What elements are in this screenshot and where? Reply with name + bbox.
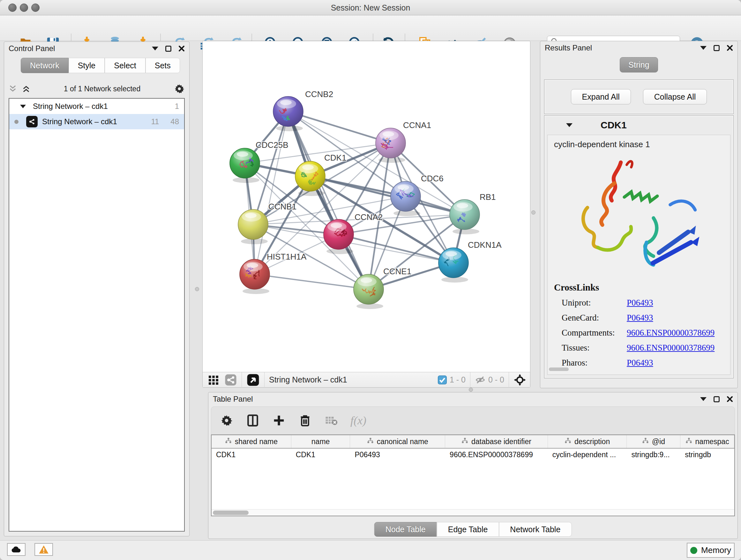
column-header-label: database identifier [471,437,531,446]
tab-network[interactable]: Network [21,58,69,73]
panel-close-icon[interactable] [179,45,185,52]
edge-count: 48 [171,117,179,126]
panel-float-icon[interactable] [714,45,720,51]
collection-count: 1 [175,102,179,111]
crosslink-label: GeneCard: [554,313,627,323]
network-view-panel: CCNB2CCNA1CDC25BCDK1CDC6RB1CCNB1CCNA2CDK… [202,41,530,388]
tab-style[interactable]: Style [69,58,105,73]
collapse-all-button[interactable]: Collapse All [643,89,707,105]
section-expander-icon[interactable] [566,123,572,127]
network-canvas[interactable]: CCNB2CCNA1CDC25BCDK1CDC6RB1CCNB1CCNA2CDK… [203,41,530,372]
network-status-dot [14,120,18,124]
table-type-tabs: Node TableEdge TableNetwork Table [374,522,572,537]
delete-column-trash-icon[interactable] [298,414,312,428]
crosslink-link[interactable]: P06493 [627,298,653,308]
collapse-all-icon[interactable] [9,84,17,93]
gear-icon[interactable] [174,83,185,94]
table-cell: P06493 [350,449,445,461]
tab-string[interactable]: String [620,57,658,72]
table-settings-gear-icon[interactable] [219,414,233,428]
network-view-mode-icon[interactable] [224,374,237,386]
node-label-HIST1H1A: HIST1H1A [267,252,307,261]
selected-counts: 1 - 0 [450,375,466,384]
table-hscroll[interactable] [212,509,734,516]
table-row[interactable]: CDK1CDK1P064939606.ENSP00000378699cyclin… [212,449,734,461]
table-cell: stringdb:9... [627,449,680,461]
panel-close-icon[interactable] [727,396,733,402]
edge-CCNB2-CCNE1[interactable] [288,111,368,289]
column-header-database-identifier[interactable]: database identifier [445,435,548,448]
column-header-name[interactable]: name [291,435,350,448]
tab-node-table[interactable]: Node Table [374,522,437,537]
crosslink-label: Compartments: [554,328,627,338]
crosslink-link[interactable]: P06493 [627,313,653,323]
crosslink-link[interactable]: 9606.ENSP00000378699 [627,343,715,353]
column-header-label: name [312,437,330,446]
node-label-CCNE1: CCNE1 [383,266,411,276]
crosslink-link[interactable]: P06493 [627,358,653,368]
network-row[interactable]: String Network – cdk1 11 48 [9,114,184,129]
table-cell: CDK1 [212,449,291,461]
panel-close-icon[interactable] [727,45,733,51]
column-header--id[interactable]: @id [627,435,680,448]
column-header-shared-name[interactable]: shared name [212,435,291,448]
table-hscroll-thumb[interactable] [213,510,249,515]
birdseye-crosshair-icon[interactable] [514,374,526,386]
warning-status-button[interactable] [35,543,53,556]
window-title: Session: New Session [0,3,741,12]
results-hscroll-thumb[interactable] [549,368,569,371]
gene-section-header[interactable]: CDK1 [545,116,733,134]
node-label-CCNB1: CCNB1 [268,202,296,211]
network-collection-row[interactable]: String Network – cdk1 1 [9,99,184,114]
column-header-canonical-name[interactable]: canonical name [350,435,445,448]
expand-all-icon[interactable] [22,84,30,93]
network-icon [26,116,38,127]
table-cell: cyclin-dependent ... [548,449,627,461]
tab-edge-table[interactable]: Edge Table [437,522,499,537]
gene-details-box: CDK1 cyclin-dependent kinase 1 [544,115,734,378]
shared-column-icon [642,437,649,446]
table-cell: stringdb [680,449,734,461]
panel-menu-icon[interactable] [700,46,706,50]
splitter-handle[interactable] [195,287,199,291]
control-panel: Control Panel NetworkStyleSelectSets 1 o… [4,42,190,537]
selected-checkbox-icon[interactable] [437,375,447,385]
shared-column-icon [225,437,232,446]
panel-menu-icon[interactable] [700,397,706,401]
tree-expander-icon[interactable] [20,105,26,108]
panel-float-icon[interactable] [714,396,720,402]
network-view-toolbar: String Network – cdk1 1 - 0 0 - 0 [203,372,530,387]
edge-HIST1H1A-CCNE1[interactable] [255,274,368,289]
node-label-CDC25B: CDC25B [256,140,288,150]
panel-menu-icon[interactable] [152,47,158,51]
panel-float-icon[interactable] [165,46,172,52]
tab-sets[interactable]: Sets [145,58,180,73]
shared-column-icon [461,437,468,446]
add-column-icon[interactable] [272,414,286,428]
column-header-label: shared name [235,437,278,446]
tab-select[interactable]: Select [105,58,145,73]
gene-details: cyclin-dependent kinase 1 [547,135,731,375]
protein-structure-image[interactable] [554,152,724,278]
cloud-status-button[interactable] [7,543,25,556]
crosslinks-list: Uniprot:P06493GeneCard:P06493Compartment… [554,298,724,368]
show-columns-icon[interactable] [246,414,260,428]
splitter-handle[interactable] [469,388,473,392]
crosslink-link[interactable]: 9606.ENSP00000378699 [627,328,715,338]
crosslink-row: Pharos:P06493 [554,358,724,368]
node-table: shared namenamecanonical namedatabase id… [211,435,735,516]
column-header-description[interactable]: description [548,435,627,448]
column-header-namespac[interactable]: namespac [680,435,734,448]
network-selection-bar: 1 of 1 Network selected [9,81,185,96]
tab-network-table[interactable]: Network Table [499,522,571,537]
network-view-title: String Network – cdk1 [269,375,347,384]
delete-table-icon [324,414,338,428]
network-row-label: String Network – cdk1 [42,117,117,126]
splitter-handle[interactable] [531,210,536,214]
grid-view-icon[interactable] [208,374,219,386]
expand-all-button[interactable]: Expand All [571,89,631,105]
toolbar-divider [242,372,242,388]
edge-CCNB2-CCNA1[interactable] [288,111,391,143]
memory-button[interactable]: Memory [687,543,735,558]
detach-view-icon[interactable] [246,373,260,387]
